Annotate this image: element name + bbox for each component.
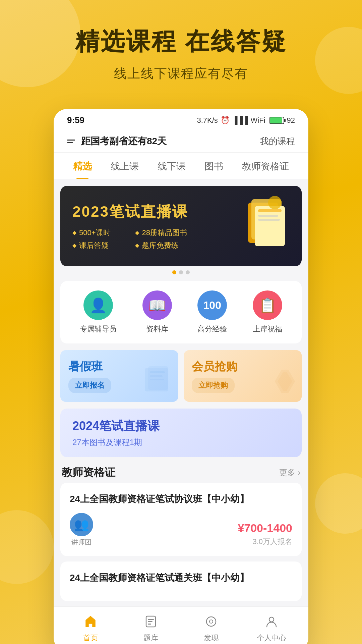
discover-icon — [202, 613, 220, 630]
svg-point-18 — [206, 617, 216, 626]
score-icon-circle: 100 — [197, 290, 227, 320]
course-price-info-1: ¥700-1400 3.0万人报名 — [238, 522, 292, 547]
nav-label-home: 首页 — [83, 633, 98, 643]
tab-books[interactable]: 图书 — [195, 153, 233, 179]
banner-feature-1: 500+课时 — [72, 228, 125, 238]
nav-item-discover[interactable]: 发现 — [194, 613, 228, 643]
tab-online[interactable]: 线上课 — [101, 153, 148, 179]
promo-title: 2024笔试直播课 — [72, 418, 290, 434]
nav-item-home[interactable]: 首页 — [74, 613, 107, 643]
menu-icon[interactable] — [67, 140, 75, 143]
quick-item-score[interactable]: 100 高分经验 — [197, 290, 227, 334]
promo-banner[interactable]: 2024笔试直播课 27本图书及课程1期 — [60, 409, 302, 457]
svg-rect-11 — [150, 379, 164, 380]
course-card-2[interactable]: 24上全国教师资格证笔试通关班【中小幼】 — [60, 561, 302, 601]
my-course-button[interactable]: 我的课程 — [260, 136, 295, 147]
battery-fill — [270, 117, 282, 123]
nav-tabs: 精选 线上课 线下课 图书 教师资格证 — [54, 153, 308, 179]
quick-icons: 👤 专属辅导员 📖 资料库 100 高分经验 📋 上岸祝福 — [60, 281, 302, 343]
member-purchase-card[interactable]: 会员抢购 立即抢购 — [184, 350, 302, 402]
nav-item-profile[interactable]: 个人中心 — [255, 613, 288, 643]
battery-icon — [269, 117, 284, 124]
header-left: 距国考副省还有82天 — [67, 135, 167, 148]
banner-feature-3: 课后答疑 — [72, 240, 125, 251]
nav-label-questions: 题库 — [143, 633, 158, 643]
profile-icon — [263, 613, 280, 630]
svg-rect-16 — [148, 621, 153, 622]
home-icon — [82, 613, 99, 630]
course-footer-1: 👥 讲师团 ¥700-1400 3.0万人报名 — [70, 513, 292, 547]
member-purchase-deco — [265, 365, 298, 400]
scroll-content: 2023笔试直播课 500+课时 28册精品图书 课后答疑 题库免费练 — [54, 179, 308, 606]
blessing-label: 上岸祝福 — [253, 324, 282, 334]
nav-label-discover: 发现 — [204, 633, 219, 643]
course-enrolls-1: 3.0万人报名 — [238, 537, 292, 547]
teacher-section-title: 教师资格证 — [62, 465, 115, 480]
phone-frame: 9:59 3.7K/s ⏰ ▐▐▐ WiFi 92 距国考副省还有82天 我的课… — [54, 109, 308, 644]
quick-item-library[interactable]: 📖 资料库 — [142, 290, 172, 334]
teacher-label-1: 讲师团 — [71, 538, 92, 547]
svg-rect-8 — [148, 366, 168, 390]
wifi-icon: WiFi — [251, 116, 265, 125]
status-time: 9:59 — [67, 115, 84, 125]
library-label: 资料库 — [146, 324, 168, 334]
teacher-avatar-img: 👥 — [74, 518, 89, 532]
teacher-section-more[interactable]: 更多 › — [279, 467, 300, 478]
hero-subtitle: 线上线下课程应有尽有 — [20, 65, 342, 82]
tab-offline[interactable]: 线下课 — [148, 153, 195, 179]
dot-2 — [179, 270, 183, 274]
dot-1 — [172, 270, 176, 274]
alarm-icon: ⏰ — [221, 116, 230, 125]
summer-class-card[interactable]: 暑假班 立即报名 — [60, 350, 178, 402]
course-card-1[interactable]: 24上全国教师资格证笔试协议班【中小幼】 👥 讲师团 ¥700-1400 3.0… — [60, 483, 302, 556]
library-icon-circle: 📖 — [142, 290, 172, 320]
banner-card[interactable]: 2023笔试直播课 500+课时 28册精品图书 课后答疑 题库免费练 — [60, 186, 302, 266]
status-bar: 9:59 3.7K/s ⏰ ▐▐▐ WiFi 92 — [54, 109, 308, 129]
menu-line-2 — [67, 142, 73, 143]
two-col-cards: 暑假班 立即报名 会员抢购 立即抢购 — [60, 350, 302, 402]
status-icons: 3.7K/s ⏰ ▐▐▐ WiFi 92 — [197, 116, 295, 125]
header-countdown: 距国考副省还有82天 — [81, 135, 167, 148]
svg-point-6 — [268, 196, 282, 209]
app-header: 距国考副省还有82天 我的课程 — [54, 129, 308, 153]
menu-line-1 — [67, 140, 75, 141]
svg-rect-5 — [258, 219, 280, 221]
banner-features: 500+课时 28册精品图书 课后答疑 题库免费练 — [72, 228, 188, 251]
section-header-teacher: 教师资格证 更多 › — [54, 457, 308, 483]
battery-level: 92 — [287, 116, 295, 125]
quick-item-tutor[interactable]: 👤 专属辅导员 — [80, 290, 117, 334]
deco-circle-bl — [0, 510, 54, 584]
network-speed: 3.7K/s — [197, 116, 218, 125]
tutor-label: 专属辅导员 — [80, 324, 117, 334]
banner-year: 2023笔试直播课 — [72, 202, 188, 222]
hero-section: 精选课程 在线答疑 线上线下课程应有尽有 — [0, 0, 362, 96]
banner-content: 2023笔试直播课 500+课时 28册精品图书 课后答疑 题库免费练 — [60, 192, 200, 261]
bottom-nav: 首页 题库 发现 — [54, 606, 308, 644]
svg-rect-15 — [148, 619, 154, 620]
tab-selected[interactable]: 精选 — [64, 153, 101, 179]
banner-section: 2023笔试直播课 500+课时 28册精品图书 课后答疑 题库免费练 — [60, 186, 302, 274]
dot-3 — [186, 270, 190, 274]
svg-point-20 — [269, 617, 274, 622]
tab-teacher-cert[interactable]: 教师资格证 — [233, 153, 298, 179]
tutor-icon-circle: 👤 — [83, 290, 113, 320]
blessing-icon-circle: 📋 — [253, 290, 282, 320]
quick-item-blessing[interactable]: 📋 上岸祝福 — [253, 290, 282, 334]
teacher-avatar-1: 👥 — [70, 513, 93, 536]
teacher-info-1: 👥 讲师团 — [70, 513, 93, 547]
banner-image — [241, 196, 295, 256]
nav-item-questions[interactable]: 题库 — [134, 613, 168, 643]
svg-point-19 — [209, 620, 213, 623]
course-title-1: 24上全国教师资格证笔试协议班【中小幼】 — [70, 492, 292, 506]
questions-icon — [142, 613, 160, 630]
promo-subtitle: 27本图书及课程1期 — [72, 437, 290, 448]
summer-class-action[interactable]: 立即报名 — [68, 378, 111, 393]
svg-rect-9 — [150, 371, 165, 373]
svg-rect-17 — [148, 624, 151, 625]
deco-circle-br — [315, 473, 362, 534]
svg-rect-4 — [258, 215, 278, 217]
svg-rect-3 — [258, 209, 282, 212]
member-purchase-action[interactable]: 立即抢购 — [192, 378, 235, 393]
banner-feature-4: 题库免费练 — [135, 240, 188, 251]
banner-dots — [60, 270, 302, 274]
